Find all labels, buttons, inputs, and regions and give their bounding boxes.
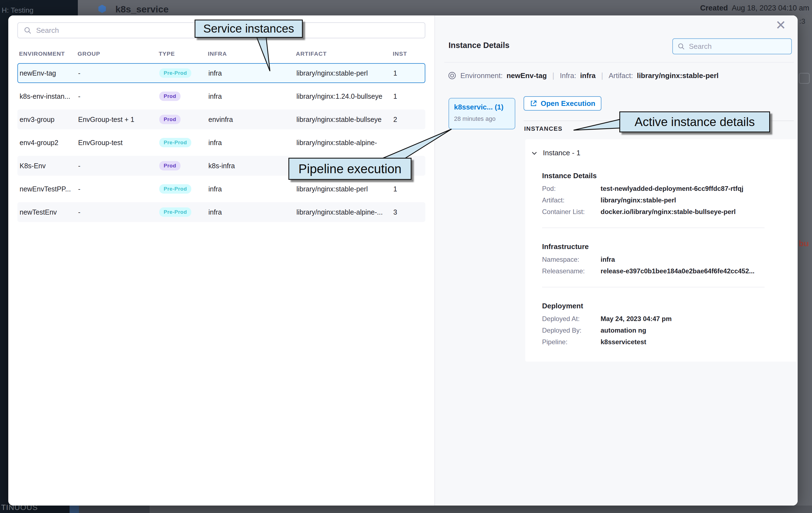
row-environment: env4-group2	[20, 139, 78, 147]
table-row[interactable]: k8s-env-instan... - Prod infra library/n…	[18, 86, 425, 106]
row-group: -	[78, 162, 159, 170]
section-divider	[542, 287, 764, 288]
detail-label: Deployed At:	[542, 315, 601, 323]
row-infra: infra	[208, 92, 296, 100]
detail-value: release-e397c0b1bee184a0e2bae64f6fe42cc4…	[601, 267, 755, 275]
table-row[interactable]: newTestEnv - Pre-Prod infra library/ngin…	[18, 202, 425, 222]
column-header: GROUP	[78, 51, 159, 57]
row-type: Pre-Prod	[159, 184, 208, 193]
detail-row: Artifact: library/nginx:stable-perl	[542, 194, 797, 206]
search-icon	[677, 42, 685, 50]
row-inst: 1	[393, 185, 423, 193]
instance-detail-sections: Instance Details Pod: test-newlyadded-de…	[525, 172, 797, 348]
detail-value: May 24, 2023 04:47 pm	[601, 315, 672, 323]
callout-active-instance-details: Active instance details	[619, 112, 770, 132]
row-artifact: library/nginx:stable-perl	[296, 185, 393, 193]
row-infra: k8s-infra	[208, 162, 296, 170]
row-type: Pre-Prod	[159, 138, 208, 147]
sidebar-project-label: H: Testing	[2, 6, 33, 14]
row-artifact: library/nginx:stable-alpine-	[296, 139, 393, 147]
row-group: -	[78, 69, 159, 77]
detail-value: infra	[601, 256, 615, 263]
infra-label: Infra:	[560, 71, 576, 80]
column-header: ENVIRONMENT	[19, 51, 78, 57]
background-bottom-strip-dark	[78, 506, 150, 513]
instance-detail-panel: Instance - 1 Instance Details Pod: test-…	[525, 139, 797, 362]
row-artifact: library/nginx:stable-bullseye	[296, 116, 393, 124]
detail-value: test-newlyadded-deployment-6cc9ffdc87-rt…	[601, 185, 743, 192]
created-timestamp: CreatedAug 18, 2023 04:10 am	[700, 4, 809, 12]
type-badge: Pre-Prod	[159, 207, 191, 217]
detail-value: library/nginx:stable-perl	[601, 197, 676, 204]
row-environment: newEnv-tag	[20, 69, 78, 77]
type-badge: Prod	[159, 161, 180, 171]
table-row[interactable]: newEnv-tag - Pre-Prod infra library/ngin…	[18, 63, 425, 83]
chevron-down-icon	[531, 150, 538, 157]
row-group: EnvGroup-test	[78, 139, 159, 147]
section-divider	[542, 228, 764, 228]
service-instances-modal: ENVIRONMENTGROUPTYPEINFRAARTIFACTINST ne…	[8, 16, 798, 506]
detail-row: Pod: test-newlyadded-deployment-6cc9ffdc…	[542, 183, 797, 194]
background-fragment-red: bu	[799, 239, 809, 248]
section-heading: Infrastructure	[542, 242, 797, 251]
type-badge: Pre-Prod	[159, 138, 191, 147]
row-environment: newTestEnv	[20, 208, 78, 216]
table-row[interactable]: env4-group2 EnvGroup-test Pre-Prod infra…	[18, 133, 425, 153]
detail-row: Namespace: infra	[542, 254, 797, 265]
close-icon[interactable]: ✕	[775, 18, 786, 33]
detail-label: Deployed By:	[542, 327, 601, 334]
section-heading: Instance Details	[542, 172, 797, 180]
search-icon	[24, 26, 32, 34]
table-row[interactable]: env3-group EnvGroup-test + 1 Prod envinf…	[18, 110, 425, 129]
row-inst: 2	[393, 116, 423, 124]
background-page-title: k8s_service	[115, 4, 169, 14]
table-header-row: ENVIRONMENTGROUPTYPEINFRAARTIFACTINST	[18, 51, 425, 57]
environment-label: Environment:	[460, 71, 502, 80]
detail-value: docker.io/library/nginx:stable-bullseye-…	[601, 208, 735, 216]
pipeline-execution-card[interactable]: k8sservic... (1) 28 minutes ago	[448, 98, 515, 129]
external-link-icon	[530, 99, 538, 107]
detail-label: Namespace:	[542, 256, 601, 263]
instance-accordion-label: Instance - 1	[543, 149, 580, 157]
service-cube-icon	[97, 4, 107, 14]
details-search-input[interactable]	[689, 42, 787, 51]
type-badge: Pre-Prod	[159, 184, 191, 193]
background-bottom-strip	[78, 506, 812, 513]
detail-row: Deployed By: automation ng	[542, 325, 797, 336]
callout-service-instances: Service instances	[195, 20, 303, 38]
environment-icon	[448, 71, 457, 80]
instance-accordion-toggle[interactable]: Instance - 1	[531, 149, 797, 157]
row-environment: K8s-Env	[20, 162, 78, 170]
type-badge: Pre-Prod	[159, 68, 191, 78]
separator: |	[601, 71, 603, 80]
row-artifact: library/nginx:stable-alpine-...	[296, 208, 393, 216]
row-environment: env3-group	[20, 116, 78, 124]
column-header: ARTIFACT	[296, 51, 393, 57]
detail-row: Container List: docker.io/library/nginx:…	[542, 206, 797, 218]
detail-section: Infrastructure Namespace: infra Releasen…	[525, 228, 797, 277]
callout-pipeline-execution: Pipeline execution	[288, 158, 411, 180]
infra-value: infra	[580, 71, 596, 80]
row-environment: newEnvTestPP...	[20, 185, 78, 193]
detail-row: Deployed At: May 24, 2023 04:47 pm	[542, 313, 797, 325]
table-row[interactable]: newEnvTestPP... - Pre-Prod infra library…	[18, 179, 425, 199]
section-heading: Deployment	[542, 302, 797, 310]
detail-value: k8sservicetest	[601, 338, 646, 346]
row-type: Pre-Prod	[159, 68, 208, 78]
detail-row: Pipeline: k8sservicetest	[542, 336, 797, 348]
instance-table-body: newEnv-tag - Pre-Prod infra library/ngin…	[18, 63, 425, 222]
open-execution-label: Open Execution	[541, 99, 595, 108]
row-inst: 1	[393, 69, 423, 77]
row-group: -	[78, 185, 159, 193]
instances-list-pane: ENVIRONMENTGROUPTYPEINFRAARTIFACTINST ne…	[8, 16, 434, 506]
detail-label: Container List:	[542, 208, 601, 216]
column-header: TYPE	[159, 51, 208, 57]
type-badge: Prod	[159, 92, 180, 101]
row-inst: 3	[393, 208, 423, 216]
detail-section: Deployment Deployed At: May 24, 2023 04:…	[525, 287, 797, 348]
open-execution-button[interactable]: Open Execution	[524, 96, 601, 111]
row-group: -	[78, 92, 159, 100]
execution-name: k8sservic... (1)	[454, 103, 510, 112]
row-type: Prod	[159, 115, 208, 124]
instance-summary-line: Environment: newEnv-tag | Infra: infra |…	[448, 71, 719, 80]
